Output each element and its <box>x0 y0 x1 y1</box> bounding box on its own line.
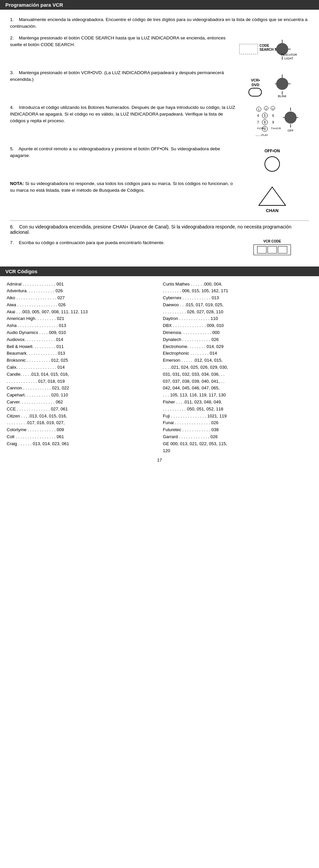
codes-columns: Admiral . . . . . . . . . . . . . . 001A… <box>0 281 319 455</box>
step-7-diagram: VCR CODE <box>235 240 309 255</box>
vcr-code-slot-1 <box>257 246 266 253</box>
codes-entry: Electrophonic . . . . . . . . 014 <box>163 350 312 357</box>
codes-entry: . . . .021, 024, 025, 026, 029, 030, <box>163 364 312 371</box>
codes-entry: Futuretec . . . . . . . . . . . . 038 <box>163 427 312 434</box>
svg-text:6: 6 <box>272 114 274 118</box>
codes-entry: Electrohome. . . . . . . . 014, 029 <box>163 343 312 350</box>
codes-header: VCR Códigos <box>0 267 319 276</box>
svg-point-43 <box>285 112 297 124</box>
nota-diagram: CHAN <box>235 180 309 214</box>
nota-row: NOTA: Si su videograbadora no responde, … <box>10 180 309 214</box>
codes-entry: Capehart. . . . . . . . . . . 020, 110 <box>7 392 156 399</box>
step-1-row: 1. Manualmente encienda la videograbador… <box>10 17 309 30</box>
numpad-svg: 1 2 3 4 5 6 7 8 9 FUTR <box>239 104 306 141</box>
codes-entry: Daytron . . . . . . . . . . . . . 110 <box>163 315 312 322</box>
chan-svg: CHAN <box>239 180 306 214</box>
codes-entry: Calix. . . . . . . . . . . . . . . . . 0… <box>7 364 156 371</box>
step-6-num: 6. <box>10 224 18 229</box>
codes-entry: Dynatech . . . . . . . . . . . . 026 <box>163 336 312 343</box>
step-5-text: Apunte el control remoto a su videograba… <box>10 146 220 158</box>
instructions-area: 1. Manualmente encienda la videograbador… <box>0 13 319 267</box>
svg-rect-12 <box>249 88 261 96</box>
codes-entry: American High. . . . . . . . . 021 <box>7 315 156 322</box>
step-6-row: 6. Con su videograbadora encendida, pres… <box>10 218 309 235</box>
vcr-code-container: VCR CODE <box>254 240 291 255</box>
codes-entry: . . . 105, 113, 116, 119, 117, 130 <box>163 392 312 399</box>
codes-entry: Curtis Mathes . . . . . .000, 004, <box>163 281 312 288</box>
divider-6 <box>10 220 309 221</box>
step-6-text-area: 6. Con su videograbadora encendida, pres… <box>10 218 309 235</box>
step-2-diagram: CODE SEARCH S INDICATOR LIGHT <box>235 35 309 65</box>
step-1-text-area: 1. Manualmente encienda la videograbador… <box>10 17 309 30</box>
nota-text-area: NOTA: Si su videograbadora no responde, … <box>10 180 235 194</box>
step-7-num: 7. <box>10 240 18 245</box>
step-7-text: Escriba su código a continuación para qu… <box>19 240 165 245</box>
svg-point-46 <box>265 157 280 171</box>
svg-text:LIGHT: LIGHT <box>285 57 294 60</box>
vcr-code-slots <box>254 245 291 255</box>
codes-entry: 042, 044, 045, 046, 047, 065, <box>163 385 312 392</box>
page-num-text: 17 <box>157 458 162 463</box>
codes-entry: Emerson . . . . . .012, 014, 015, <box>163 357 312 364</box>
section-title-programming: Programación para VCR <box>5 2 63 8</box>
codes-entry: Craig . . . . . . 013, 014, 023, 061 <box>7 440 156 447</box>
page: Programación para VCR 1. Manualmente enc… <box>0 0 319 465</box>
codes-entry: Fisher . . . .011, 023, 048, 049, <box>163 399 312 406</box>
svg-text:3: 3 <box>272 107 274 110</box>
step-4-diagram: 1 2 3 4 5 6 7 8 9 FUTR <box>235 104 309 141</box>
step-3-num: 3. <box>10 70 18 75</box>
codes-entry: Daewoo . . .015, 017, 019, 025, <box>163 302 312 309</box>
svg-text:FUTR: FUTR <box>257 127 264 130</box>
svg-text:OFF: OFF <box>288 129 294 132</box>
step-5-text-area: 5. Apunte el control remoto a su videogr… <box>10 146 235 159</box>
vcr-code-label: VCR CODE <box>263 240 281 243</box>
step-5-num: 5. <box>10 146 18 151</box>
codes-entry: 031, 031, 032, 033, 034, 036, . . <box>163 371 312 378</box>
page-number: 17 <box>0 454 319 465</box>
codes-entry: . . . . . . . . 006, 015, 105, 162, 171 <box>163 287 312 294</box>
svg-text:0: 0 <box>264 127 266 131</box>
codes-col-right: Curtis Mathes . . . . . .000, 004,. . . … <box>163 281 312 455</box>
svg-text:.......: ....... <box>256 133 262 136</box>
step-2-row: 2. Mantenga presionado el botón CODE SEA… <box>10 35 309 65</box>
step-3-text: Mantenga presionado el botón VCR•DVD. (L… <box>10 70 224 82</box>
codes-entry: 120 <box>163 447 312 455</box>
codes-entry: Candle. . . . .013, 014, 015, 016, <box>7 371 156 378</box>
svg-text:7: 7 <box>257 121 259 124</box>
codes-entry: Funai . . . . . . . . . . . . . . . 026 <box>163 420 312 427</box>
codes-entry: DBX . . . . . . . . . . . . . . 009, 010 <box>163 322 312 329</box>
step-2-num: 2. <box>10 35 18 40</box>
svg-text:INDICATOR: INDICATOR <box>281 53 297 57</box>
codes-entry: Admiral . . . . . . . . . . . . . . 001 <box>7 281 156 288</box>
step-3-diagram: VCR• DVD BLINK <box>235 69 309 99</box>
codes-entry: Bell & Howell. . . . . . . . . . 011 <box>7 343 156 350</box>
step-4-row: 4. Introduzca el código utilizando los B… <box>10 104 309 141</box>
codes-entry: Aiko . . . . . . . . . . . . . . . . . 0… <box>7 294 156 302</box>
svg-text:1: 1 <box>258 108 259 111</box>
svg-text:DVD: DVD <box>252 83 259 87</box>
svg-text:4: 4 <box>257 114 259 118</box>
step-4-num: 4. <box>10 105 18 110</box>
step-4-text: Introduzca el código utilizando los Boto… <box>10 105 235 124</box>
section-header-programming: Programación para VCR <box>0 0 319 10</box>
codes-entry: Garrard . . . . . . . . . . . . . 026 <box>163 434 312 440</box>
codes-section: VCR Códigos Admiral . . . . . . . . . . … <box>0 267 319 455</box>
codes-entry: Citizen . . . .013, 014, 015, 016, <box>7 413 156 420</box>
codes-entry: Fuji . . . . . . . . . . . . . . . 1021,… <box>163 413 312 420</box>
vcr-dvd-svg: VCR• DVD BLINK <box>239 69 306 99</box>
svg-rect-0 <box>239 44 258 54</box>
codes-entry: . . . . . . . . . . 050, 051, 052, 118 <box>163 406 312 413</box>
step-7-text-area: 7. Escriba su código a continuación para… <box>10 240 235 246</box>
nota-text: Si su videograbadora no responde, usa to… <box>10 181 233 193</box>
step-5-diagram: OFF•ON <box>235 146 309 176</box>
vcr-code-slot-2 <box>267 246 277 253</box>
svg-text:8: 8 <box>264 121 266 124</box>
svg-point-17 <box>276 78 288 90</box>
svg-text:SEARCH S: SEARCH S <box>259 48 277 52</box>
step-5-row: 5. Apunte el control remoto a su videogr… <box>10 146 309 176</box>
codes-entry: Adventura. . . . . . . . . . . . 026 <box>7 287 156 294</box>
codes-entry: Broksonic . . . . . . . . . . 012, 025 <box>7 357 156 364</box>
vcr-code-slot-3 <box>278 246 287 253</box>
codes-entry: . . . . . . . . .017, 018, 019, 027, <box>7 420 156 427</box>
step-6-text: Con su videograbadora encendida, presion… <box>10 224 291 235</box>
